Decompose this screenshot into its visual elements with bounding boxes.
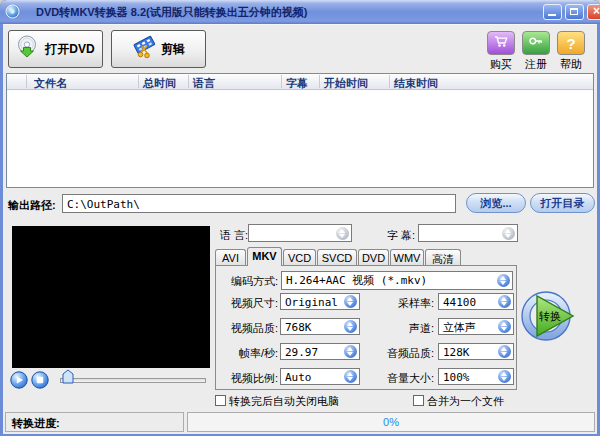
aspect-ratio-spinner-icon[interactable] — [344, 370, 357, 383]
tab-wmv[interactable]: WMV — [390, 249, 424, 266]
buy-label: 购买 — [485, 57, 517, 72]
aspect-ratio-value: Auto — [285, 371, 312, 384]
channels-value: 立体声 — [443, 321, 476, 334]
aspect-ratio-select[interactable]: Auto — [280, 368, 360, 385]
video-size-select[interactable]: Original — [280, 293, 360, 310]
subtitle-spinner-icon[interactable] — [502, 227, 515, 240]
column-separator — [319, 75, 320, 88]
buy-button[interactable] — [487, 31, 515, 55]
help-icon-button[interactable]: ? — [557, 31, 585, 55]
channels-label: 声道: — [366, 321, 434, 336]
col-language: 语言 — [193, 76, 215, 91]
stop-button[interactable] — [31, 371, 49, 389]
convert-button[interactable]: 转换 — [520, 287, 580, 347]
open-dvd-label: 打开DVD — [45, 41, 94, 58]
browse-button[interactable]: 浏览... — [466, 193, 526, 213]
encoding-select[interactable]: H.264+AAC 视频 (*.mkv) — [281, 271, 513, 290]
volume-label: 音量大小: — [366, 371, 434, 386]
minimize-icon — [548, 14, 556, 16]
video-size-label: 视频尺寸: — [220, 296, 278, 311]
film-scissors-icon — [132, 35, 156, 63]
column-separator — [389, 75, 390, 88]
video-size-value: Original — [285, 296, 338, 309]
format-settings-panel: 编码方式: H.264+AAC 视频 (*.mkv) 视频尺寸: Origina… — [215, 265, 517, 390]
channels-spinner-icon[interactable] — [498, 320, 511, 333]
progress-label: 转换进度: — [12, 416, 60, 431]
open-directory-button[interactable]: 打开目录 — [530, 193, 595, 213]
key-icon — [528, 34, 544, 52]
close-button[interactable]: × — [587, 4, 600, 20]
tab-dvd[interactable]: DVD — [358, 249, 389, 266]
language-select[interactable] — [248, 224, 352, 242]
output-path-input[interactable] — [62, 194, 456, 213]
col-end-time: 结束时间 — [394, 76, 438, 91]
col-total-time: 总时间 — [143, 76, 176, 91]
seek-slider-thumb[interactable] — [62, 369, 74, 384]
encoding-label: 编码方式: — [220, 274, 278, 289]
encoding-value: H.264+AAC 视频 (*.mkv) — [286, 274, 427, 287]
question-mark-icon: ? — [566, 35, 575, 52]
video-quality-spinner-icon[interactable] — [344, 320, 357, 333]
tab-avi[interactable]: AVI — [215, 249, 246, 266]
audio-quality-select[interactable]: 128K — [438, 343, 514, 360]
tab-hd[interactable]: 高清 — [425, 249, 461, 266]
tab-vcd[interactable]: VCD — [283, 249, 316, 266]
video-quality-label: 视频品质: — [220, 321, 278, 336]
video-quality-value: 768K — [285, 321, 312, 334]
shopping-cart-icon — [493, 34, 509, 52]
column-separator — [138, 75, 139, 88]
register-button[interactable] — [522, 31, 550, 55]
volume-value: 100% — [443, 371, 470, 384]
stop-icon — [31, 371, 49, 389]
column-separator — [26, 75, 27, 88]
convert-label: 转换 — [538, 310, 561, 322]
video-quality-select[interactable]: 768K — [280, 318, 360, 335]
shutdown-checkbox[interactable] — [215, 395, 226, 406]
column-separator — [281, 75, 282, 88]
merge-checkbox[interactable] — [413, 395, 424, 406]
sample-rate-label: 采样率: — [366, 296, 434, 311]
col-start-time: 开始时间 — [324, 76, 368, 91]
file-list[interactable]: 文件名 总时间 语言 字幕 开始时间 结束时间 — [6, 73, 594, 188]
subtitle-label: 字 幕: — [387, 228, 415, 243]
minimize-button[interactable] — [543, 4, 562, 20]
framerate-value: 29.97 — [285, 346, 318, 359]
shutdown-checkbox-label: 转换完后自动关闭电脑 — [229, 394, 339, 409]
clip-button[interactable]: 剪辑 — [111, 30, 206, 68]
file-list-header: 文件名 总时间 语言 字幕 开始时间 结束时间 — [7, 74, 593, 90]
aspect-ratio-label: 视频比例: — [220, 371, 278, 386]
channels-select[interactable]: 立体声 — [438, 318, 514, 335]
audio-quality-spinner-icon[interactable] — [498, 345, 511, 358]
merge-checkbox-label: 合并为一个文件 — [427, 394, 504, 409]
seek-slider-track[interactable] — [60, 378, 206, 383]
progress-bar: 0% — [187, 412, 595, 432]
framerate-spinner-icon[interactable] — [344, 345, 357, 358]
maximize-button[interactable] — [565, 4, 584, 20]
volume-spinner-icon[interactable] — [498, 370, 511, 383]
video-preview — [12, 226, 210, 368]
sample-rate-value: 44100 — [443, 296, 476, 309]
audio-quality-label: 音频品质: — [366, 346, 434, 361]
play-button[interactable] — [10, 371, 28, 389]
progress-value: 0% — [188, 416, 594, 428]
tab-mkv[interactable]: MKV — [247, 247, 282, 266]
column-separator — [188, 75, 189, 88]
subtitle-select[interactable] — [418, 224, 518, 242]
volume-select[interactable]: 100% — [438, 368, 514, 385]
framerate-label: 帧率/秒: — [220, 346, 278, 361]
titlebar[interactable]: DVD转MKV转换器 8.2(试用版只能转换出五分钟的视频) × — [0, 0, 600, 24]
sample-rate-select[interactable]: 44100 — [438, 293, 514, 310]
clip-label: 剪辑 — [161, 41, 185, 58]
framerate-select[interactable]: 29.97 — [280, 343, 360, 360]
sample-rate-spinner-icon[interactable] — [498, 295, 511, 308]
output-path-label: 输出路径: — [8, 198, 56, 213]
app-window: DVD转MKV转换器 8.2(试用版只能转换出五分钟的视频) × 打开DVD — [0, 0, 600, 436]
language-spinner-icon[interactable] — [336, 227, 349, 240]
col-subtitle: 字幕 — [286, 76, 308, 91]
play-icon — [10, 371, 28, 389]
video-size-spinner-icon[interactable] — [344, 295, 357, 308]
open-dvd-button[interactable]: 打开DVD — [8, 30, 103, 68]
tab-svcd[interactable]: SVCD — [317, 249, 357, 266]
language-label: 语 言: — [220, 228, 248, 243]
encoding-spinner-icon[interactable] — [497, 274, 510, 287]
